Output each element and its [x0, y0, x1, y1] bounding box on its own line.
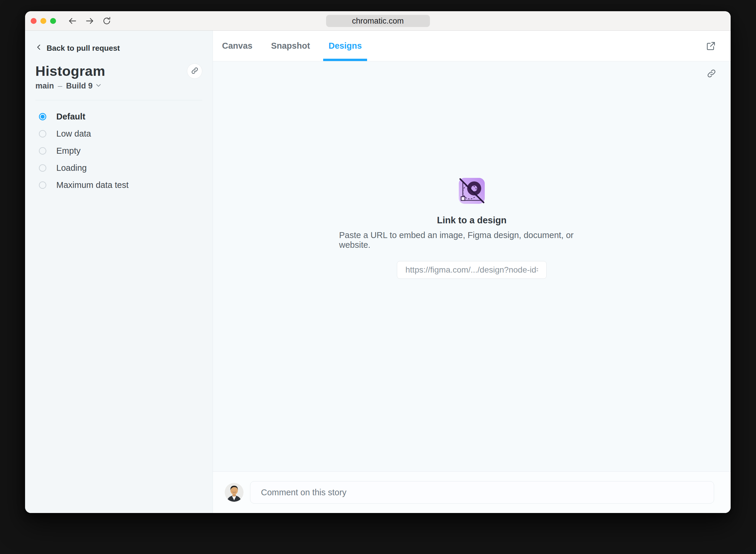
tab-designs[interactable]: Designs — [323, 31, 367, 61]
story-label: Empty — [56, 146, 80, 156]
chevron-left-icon — [36, 44, 43, 53]
copy-story-link-button[interactable] — [187, 63, 202, 79]
story-item-maximum-data-test[interactable]: Maximum data test — [36, 176, 202, 193]
story-sidebar: Back to pull request Histogram main – Bu… — [25, 31, 213, 513]
tab-snapshot[interactable]: Snapshot — [266, 31, 315, 61]
story-item-default[interactable]: Default — [36, 108, 202, 125]
branch-label: main — [36, 81, 54, 91]
story-item-empty[interactable]: Empty — [36, 142, 202, 159]
designs-panel: Link to a design Paste a URL to embed an… — [213, 61, 731, 472]
story-label: Low data — [56, 129, 91, 138]
close-window-button[interactable] — [31, 18, 37, 24]
zoom-window-button[interactable] — [50, 18, 56, 24]
story-item-low-data[interactable]: Low data — [36, 125, 202, 142]
back-link-label: Back to pull request — [47, 44, 120, 53]
url-bar[interactable]: chromatic.com — [326, 15, 430, 27]
story-list: Default Low data Empty Loading Maximum d… — [36, 108, 202, 193]
build-selector[interactable]: Build 9 — [66, 81, 102, 91]
story-label: Maximum data test — [56, 180, 129, 190]
tab-canvas[interactable]: Canvas — [217, 31, 258, 61]
build-label: Build 9 — [66, 81, 92, 91]
minimize-window-button[interactable] — [41, 18, 46, 24]
link-icon — [191, 67, 199, 76]
sidebar-divider — [36, 100, 202, 100]
comment-bar — [213, 472, 731, 513]
radio-selected-icon — [39, 113, 46, 120]
link-design-description: Paste a URL to embed an image, Figma des… — [339, 230, 605, 250]
open-in-new-window-button[interactable] — [706, 41, 716, 51]
browser-back-button[interactable] — [68, 16, 77, 26]
radio-icon — [39, 181, 46, 189]
radio-icon — [39, 164, 46, 172]
link-design-heading: Link to a design — [437, 215, 507, 226]
chevron-down-icon — [95, 81, 102, 91]
back-to-pull-request-link[interactable]: Back to pull request — [36, 44, 120, 53]
figma-design-icon — [459, 178, 485, 204]
traffic-lights — [31, 18, 56, 24]
user-avatar — [225, 483, 244, 502]
comment-input[interactable] — [250, 481, 714, 504]
main-panel: Canvas Snapshot Designs — [213, 31, 731, 513]
browser-toolbar: chromatic.com — [25, 11, 731, 31]
external-link-icon — [706, 41, 716, 51]
radio-icon — [39, 147, 46, 155]
radio-icon — [39, 130, 46, 137]
browser-window: chromatic.com Back to pull request Histo… — [25, 11, 731, 513]
story-item-loading[interactable]: Loading — [36, 159, 202, 176]
browser-refresh-button[interactable] — [102, 16, 112, 26]
link-icon — [706, 68, 716, 78]
tabs-header: Canvas Snapshot Designs — [213, 31, 731, 61]
page-title: Histogram — [36, 63, 105, 79]
design-url-input[interactable] — [397, 261, 547, 279]
story-label: Loading — [56, 163, 87, 173]
browser-forward-button[interactable] — [85, 16, 94, 26]
story-label: Default — [56, 112, 85, 121]
link-design-empty-state: Link to a design Paste a URL to embed an… — [339, 178, 605, 279]
branch-build-separator: – — [58, 81, 62, 91]
permalink-button[interactable] — [706, 68, 716, 78]
